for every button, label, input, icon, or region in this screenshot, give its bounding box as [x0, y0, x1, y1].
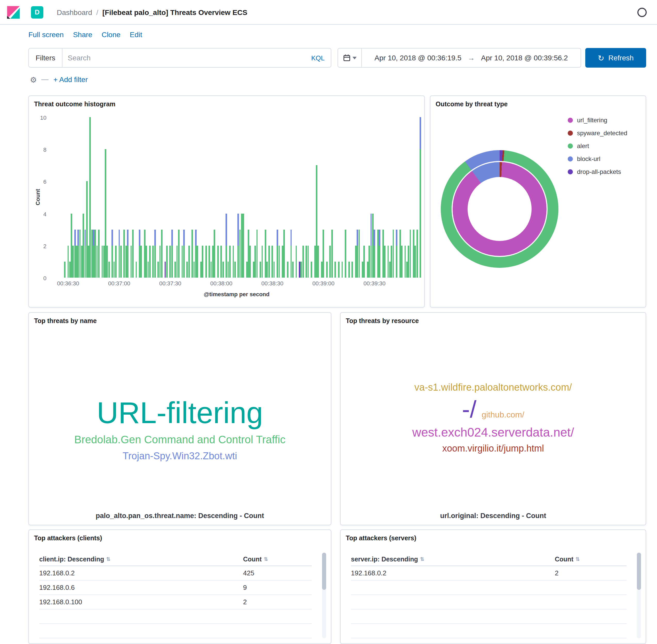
histogram-bar[interactable]	[127, 229, 129, 278]
histogram-bar[interactable]	[265, 229, 266, 278]
column-header[interactable]: Count⇅	[555, 555, 627, 563]
histogram-bar[interactable]	[389, 262, 391, 278]
histogram-bar[interactable]	[197, 246, 198, 278]
histogram-bar[interactable]	[243, 213, 244, 278]
tag-word[interactable]: Trojan-Spy.Win32.Zbot.wti	[122, 451, 237, 461]
histogram-bar[interactable]	[290, 229, 292, 278]
tag-word[interactable]: west.exch024.serverdata.net/	[412, 426, 574, 439]
add-filter-link[interactable]: + Add filter	[53, 75, 88, 84]
histogram-bar[interactable]	[287, 262, 289, 278]
histogram-bar[interactable]	[416, 229, 418, 278]
table-cell[interactable]: 425	[243, 569, 312, 577]
tag-word[interactable]: Bredolab.Gen Command and Control Traffic	[74, 434, 286, 445]
menu-link-clone[interactable]: Clone	[102, 30, 120, 39]
tag-word[interactable]: github.com/	[481, 411, 524, 419]
histogram-bar[interactable]	[292, 262, 294, 278]
histogram-bar[interactable]	[101, 246, 103, 278]
table-cell[interactable]: 192.168.0.2	[351, 569, 555, 577]
histogram-bar[interactable]	[232, 246, 234, 278]
scrollbar-thumb[interactable]	[322, 553, 326, 590]
histogram-bar[interactable]	[135, 262, 137, 278]
histogram-bar[interactable]	[118, 229, 120, 278]
histogram-bar[interactable]	[341, 262, 343, 278]
histogram-bar[interactable]	[81, 246, 83, 278]
histogram-bar[interactable]	[195, 229, 197, 278]
breadcrumb-dashboard[interactable]: Dashboard	[57, 8, 92, 16]
histogram-bar[interactable]	[210, 262, 212, 278]
histogram-bar[interactable]	[370, 213, 372, 278]
histogram-bar[interactable]	[226, 213, 227, 278]
histogram-bar[interactable]	[256, 229, 258, 278]
histogram-bar[interactable]	[382, 229, 384, 278]
histogram-bar[interactable]	[205, 246, 207, 278]
legend-item[interactable]: spyware_detected	[568, 130, 627, 137]
histogram-bar[interactable]	[200, 262, 202, 278]
histogram-bar[interactable]	[384, 246, 386, 278]
histogram-bar[interactable]	[330, 246, 331, 278]
histogram-bar[interactable]	[326, 262, 328, 278]
histogram-bar[interactable]	[408, 246, 409, 278]
histogram-bar[interactable]	[262, 246, 263, 278]
histogram-bar[interactable]	[113, 262, 115, 278]
histogram-bar[interactable]	[260, 262, 262, 278]
histogram-bar[interactable]	[105, 149, 106, 278]
histogram-bar[interactable]	[301, 262, 302, 278]
histogram-bar[interactable]	[171, 229, 173, 278]
table-cell[interactable]: 2	[555, 569, 627, 577]
histogram-bar[interactable]	[71, 213, 72, 278]
histogram-bar[interactable]	[284, 229, 285, 278]
histogram-bar[interactable]	[369, 246, 370, 278]
donut-chart[interactable]	[441, 150, 559, 268]
histogram-bar[interactable]	[107, 246, 108, 278]
histogram-bar[interactable]	[166, 246, 168, 278]
histogram-bar[interactable]	[161, 229, 163, 278]
histogram-bar[interactable]	[115, 246, 117, 278]
histogram-bar[interactable]	[372, 213, 373, 278]
histogram-bar[interactable]	[153, 246, 154, 278]
histogram-bar[interactable]	[159, 246, 161, 278]
histogram-bar[interactable]	[139, 229, 140, 278]
table-cell[interactable]: 2	[243, 598, 312, 606]
histogram-bar[interactable]	[295, 246, 297, 278]
histogram-bar[interactable]	[212, 246, 214, 278]
histogram-bar[interactable]	[307, 246, 309, 278]
histogram-bar[interactable]	[415, 246, 416, 278]
histogram-bar[interactable]	[357, 229, 358, 278]
histogram-bar[interactable]	[144, 229, 145, 278]
histogram-bar[interactable]	[401, 246, 403, 278]
histogram-bar[interactable]	[221, 246, 222, 278]
histogram-bar[interactable]	[76, 246, 77, 278]
search-input[interactable]	[63, 48, 305, 67]
histogram-bar[interactable]	[420, 117, 422, 278]
column-header[interactable]: server.ip: Descending⇅	[351, 555, 555, 563]
histogram-bar[interactable]	[74, 229, 76, 278]
date-end[interactable]: Apr 10, 2018 @ 00:39:56.2	[481, 54, 568, 62]
histogram-bar[interactable]	[96, 246, 98, 278]
histogram-bar[interactable]	[112, 229, 113, 278]
histogram-bar[interactable]	[164, 262, 166, 278]
histogram-bar[interactable]	[358, 229, 360, 278]
histogram-bar[interactable]	[98, 229, 99, 278]
histogram-bar[interactable]	[217, 246, 219, 278]
histogram-bar[interactable]	[406, 262, 408, 278]
kibana-logo-icon[interactable]	[6, 5, 21, 19]
histogram-bar[interactable]	[227, 262, 229, 278]
table-cell[interactable]: 192.168.0.2	[39, 569, 243, 577]
histogram-bar[interactable]	[404, 246, 406, 278]
histogram-bar[interactable]	[278, 246, 280, 278]
histogram-bar[interactable]	[214, 229, 215, 278]
histogram-bar[interactable]	[125, 246, 127, 278]
menu-link-share[interactable]: Share	[73, 30, 92, 39]
histogram-bar[interactable]	[299, 262, 300, 278]
histogram-bar[interactable]	[239, 229, 241, 278]
histogram-bar[interactable]	[352, 262, 353, 278]
table-cell[interactable]: 192.168.0.100	[39, 598, 243, 606]
histogram-bar[interactable]	[238, 213, 239, 278]
tag-word[interactable]: URL-filtering	[97, 398, 263, 428]
table-cell[interactable]: 192.168.0.6	[39, 584, 243, 591]
histogram-bar[interactable]	[335, 262, 336, 278]
histogram-bar[interactable]	[149, 246, 151, 278]
histogram-bar[interactable]	[318, 246, 319, 278]
histogram-bar[interactable]	[222, 262, 224, 278]
legend-item[interactable]: alert	[568, 142, 627, 150]
